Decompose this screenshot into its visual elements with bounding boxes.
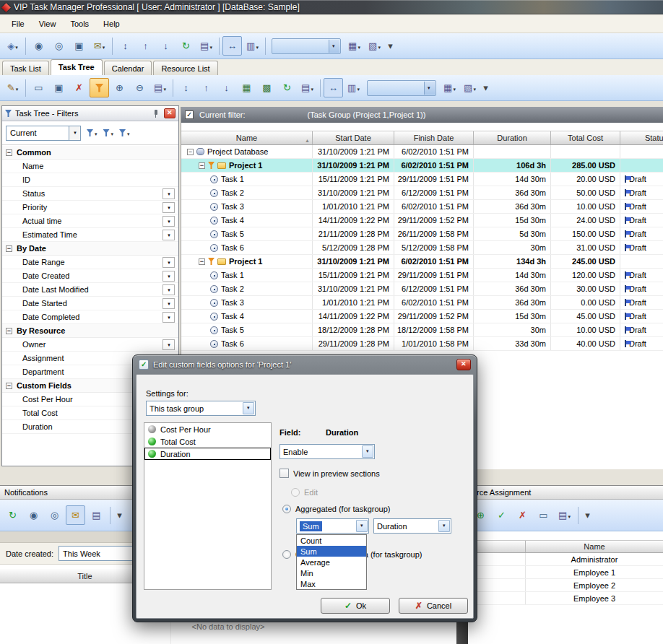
filter-item-date-range[interactable]: Date Range [2,256,178,269]
task-row[interactable]: Task 414/11/2009 1:22 PM29/11/2009 1:52 … [181,310,663,323]
task-row[interactable]: −Project 131/10/2009 1:21 PM6/02/2010 1:… [181,255,663,269]
preview-pane-button[interactable]: ✉ [66,505,85,525]
custom-field-item-cost-per-hour[interactable]: Cost Per Hour [144,423,271,435]
column-header-name[interactable]: Name [181,131,313,144]
chevron-down-icon[interactable] [69,126,80,140]
dialog-close-button[interactable] [456,359,471,370]
filter-item-name[interactable]: Name [2,160,178,173]
move-down-button[interactable]: ↓ [156,36,176,56]
send-email-button[interactable]: ✉ [90,36,109,56]
radio-circle-icon[interactable] [291,488,300,497]
filter-item-date-completed[interactable]: Date Completed [2,310,178,324]
refresh-button[interactable]: ↻ [277,78,297,97]
collapse-expander-icon[interactable]: − [6,149,12,156]
insert-task-button[interactable]: ⊕ [110,78,129,97]
dropdown-option-count[interactable]: Count [297,535,366,546]
remove-level-button[interactable]: ⊖ [130,78,150,97]
expand-panel-button[interactable]: ▣ [69,36,89,56]
task-row[interactable]: Task 31/01/2010 1:21 PM6/02/2010 1:51 PM… [181,296,663,310]
task-row[interactable]: Task 518/12/2009 1:28 PM18/12/2009 1:58 … [181,323,663,337]
filter-combo-dropdown[interactable] [162,312,175,323]
filter-combo-dropdown[interactable] [162,257,175,268]
toolbar-options-button[interactable]: ▾ [582,505,593,525]
tab-calendar[interactable]: Calendar [104,61,152,75]
custom-field-item-total-cost[interactable]: Total Cost [144,435,271,448]
column-header-duration[interactable]: Duration [474,131,551,144]
task-row[interactable]: Task 521/11/2009 1:28 PM26/11/2009 1:58 … [181,227,663,241]
filter-item-actual-time[interactable]: Actual time [2,214,178,228]
move-up-button[interactable]: ↑ [196,78,216,97]
view-in-preview-checkbox[interactable]: View in preview sections [280,469,380,478]
chevron-down-icon[interactable] [243,402,254,414]
custom-field-item-duration[interactable]: Duration [144,448,271,460]
resource-row-employee-1[interactable]: Employee 1 [468,566,663,579]
fit-columns-button[interactable]: ↔ [222,36,242,56]
edit-assignment-button[interactable]: ▭ [534,505,553,525]
menu-help[interactable]: Help [96,17,127,31]
columns-button[interactable]: ▥ [243,36,262,56]
grouping-button[interactable]: ▦ [344,36,364,56]
toolbar-options-button[interactable]: ▾ [385,36,396,56]
unassign-resource-button[interactable]: ✗ [513,505,532,525]
new-task-button[interactable]: ✎ [3,78,22,97]
cancel-button[interactable]: Cancel [399,598,468,614]
radio-circle-icon[interactable] [282,550,291,559]
clear-filter-button[interactable] [116,124,133,142]
filter-item-owner[interactable]: Owner [2,338,178,352]
ok-button[interactable]: Ok [321,598,390,614]
task-row[interactable]: Task 31/01/2010 1:21 PM6/02/2010 1:51 PM… [181,200,663,214]
chevron-down-icon[interactable] [438,520,450,532]
filter-combo-dropdown[interactable] [162,188,175,199]
assignment-view-button[interactable]: ▤ [555,505,574,525]
search-combo[interactable] [272,38,341,54]
paste-button[interactable]: ▤ [150,78,170,97]
filter-item-status[interactable]: Status [2,187,178,201]
toolbar-options-button[interactable]: ▾ [480,78,491,97]
task-row[interactable]: Task 414/11/2009 1:22 PM29/11/2009 1:52 … [181,214,663,227]
task-row[interactable]: −Project 131/10/2009 1:21 PM6/02/2010 1:… [181,159,663,173]
filter-item-priority[interactable]: Priority [2,201,178,214]
filter-combo-dropdown[interactable] [162,216,175,227]
resource-row-employee-2[interactable]: Employee 2 [468,579,663,592]
sort-button[interactable]: ↕ [116,36,135,56]
filter-item-date-created[interactable]: Date Created [2,269,178,283]
collapse-expander-icon[interactable]: − [6,383,12,389]
enable-filter-button[interactable] [84,124,100,142]
toolbar-options-button[interactable]: ▾ [114,505,125,525]
row-expander-icon[interactable]: − [199,258,205,265]
task-row[interactable]: Task 115/11/2009 1:21 PM29/11/2009 1:51 … [181,269,663,282]
pin-icon[interactable] [152,109,160,118]
filter-combo-dropdown[interactable] [162,202,175,213]
filter-item-id[interactable]: ID [2,173,178,187]
aggregated-radio[interactable]: Aggregated (for taskgroup) [282,505,390,513]
field-mode-combo[interactable]: Enable [280,444,375,459]
task-row[interactable]: Task 629/11/2009 1:28 PM1/01/2010 1:58 P… [181,337,663,351]
task-row[interactable]: Task 115/11/2009 1:21 PM29/11/2009 1:51 … [181,173,663,186]
settings-for-combo[interactable]: This task group [146,401,256,416]
aggregate-function-combo[interactable]: Sum [296,518,369,534]
filter-item-estimated-time[interactable]: Estimated Time [2,228,178,242]
filter-combo-dropdown[interactable] [162,230,175,240]
filter-item-date-started[interactable]: Date Started [2,297,178,310]
column-header-start-date[interactable]: Start Date [313,131,394,144]
hide-preview-button[interactable]: ◎ [49,36,69,56]
dropdown-option-sum[interactable]: Sum [297,546,366,557]
resource-row-administrator[interactable]: Administrator [468,553,663,566]
task-row[interactable]: −Project Database31/10/2009 1:21 PM6/02/… [181,145,663,159]
filter-group-by-date[interactable]: −By Date [2,242,178,256]
grouping-button[interactable]: ▦ [440,78,459,97]
aggregate-field-combo[interactable]: Duration [373,518,451,534]
delete-task-button[interactable]: ✗ [69,78,89,97]
chevron-down-icon[interactable] [362,445,373,458]
edit-task-button[interactable]: ▭ [29,78,48,97]
column-header-finish-date[interactable]: Finish Date [394,131,474,144]
row-expander-icon[interactable]: − [187,149,194,155]
filter-item-date-last-modified[interactable]: Date Last Modified [2,283,178,297]
search-combo[interactable] [367,80,436,96]
edit-radio[interactable]: Edit [291,488,318,497]
collapse-expander-icon[interactable]: − [6,328,12,334]
refresh-notifications-button[interactable]: ↻ [3,505,22,525]
dropdown-option-average[interactable]: Average [297,557,366,567]
dropdown-option-min[interactable]: Min [297,567,366,578]
tab-resource-list[interactable]: Resource List [153,61,217,75]
